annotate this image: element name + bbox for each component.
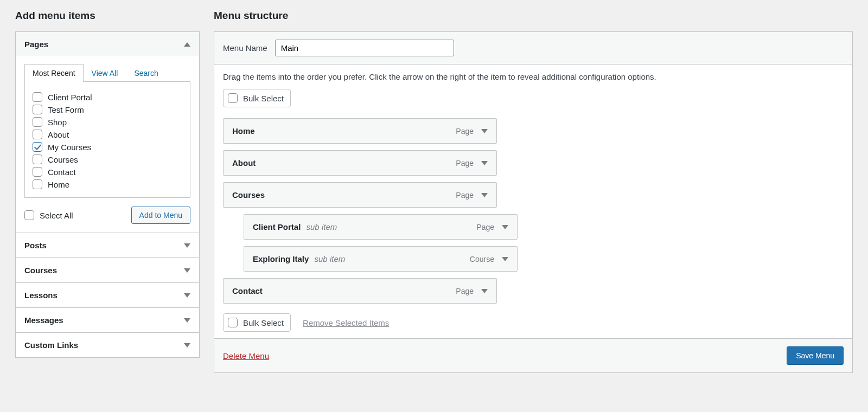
page-checkbox[interactable] (33, 130, 42, 139)
menu-item-title: Exploring Italy sub item (253, 254, 345, 263)
bulk-select-checkbox[interactable] (228, 318, 238, 327)
menu-item-meta: Page (456, 127, 488, 136)
menu-name-input[interactable] (275, 40, 454, 56)
page-label: Client Portal (48, 93, 92, 102)
tab-most-recent[interactable]: Most Recent (24, 64, 84, 82)
bulk-select-top[interactable]: Bulk Select (223, 89, 291, 107)
select-all-checkbox[interactable] (24, 210, 34, 220)
accordion-section-posts: Posts (16, 233, 199, 258)
accordion-header-lessons[interactable]: Lessons (16, 283, 199, 307)
remove-selected-link[interactable]: Remove Selected Items (303, 318, 389, 327)
bulk-select-checkbox[interactable] (228, 93, 238, 103)
accordion-header-custom-links[interactable]: Custom Links (16, 333, 199, 357)
chevron-down-icon (184, 318, 190, 323)
bulk-select-label: Bulk Select (243, 318, 284, 327)
chevron-down-icon[interactable] (481, 289, 488, 293)
accordion-title: Posts (24, 241, 47, 250)
menu-item[interactable]: Client Portal sub item Page (244, 214, 518, 240)
menu-item-title: Client Portal sub item (253, 222, 337, 231)
menu-item-title: About (232, 158, 256, 168)
page-checkbox-row[interactable]: Test Form (33, 105, 182, 114)
sub-item-label: sub item (315, 254, 346, 263)
accordion-title: Pages (24, 40, 48, 49)
chevron-down-icon[interactable] (481, 193, 488, 197)
menu-item-type: Page (456, 127, 474, 136)
menu-footer: Delete Menu Save Menu (214, 338, 852, 372)
menu-name-row: Menu Name (214, 32, 852, 65)
menu-item-title: Courses (232, 190, 265, 199)
chevron-down-icon (184, 268, 190, 273)
page-checkbox-row[interactable]: Contact (33, 167, 182, 177)
page-checkbox-row[interactable]: Home (33, 179, 182, 189)
menu-item-title: Home (232, 126, 255, 136)
menu-structure-title: Menu structure (214, 10, 853, 22)
chevron-down-icon[interactable] (481, 161, 488, 165)
chevron-down-icon[interactable] (502, 225, 508, 229)
page-checkbox[interactable] (33, 105, 42, 114)
page-checkbox[interactable] (33, 154, 42, 164)
page-checkbox[interactable] (33, 179, 42, 189)
chevron-down-icon (184, 243, 190, 248)
page-checkbox-row[interactable]: About (33, 130, 182, 139)
menu-item-meta: Page (456, 159, 488, 168)
page-label: Home (48, 180, 69, 189)
delete-menu-link[interactable]: Delete Menu (223, 351, 269, 360)
page-checkbox-row[interactable]: My Courses (33, 142, 182, 152)
menu-item[interactable]: Courses Page (223, 182, 497, 208)
accordion-header-messages[interactable]: Messages (16, 308, 199, 332)
menu-item-meta: Page (456, 287, 488, 295)
page-checkbox-row[interactable]: Client Portal (33, 92, 182, 102)
select-all-row[interactable]: Select All (24, 210, 73, 220)
tab-view-all[interactable]: View All (84, 64, 126, 82)
select-add-row: Select All Add to Menu (24, 207, 190, 224)
menu-item[interactable]: Exploring Italy sub item Course (244, 246, 518, 272)
accordion-section-custom-links: Custom Links (16, 332, 199, 357)
sub-item-label: sub item (307, 222, 337, 231)
add-items-accordion: Pages Most Recent View All Search Client… (15, 31, 200, 358)
accordion-header-pages[interactable]: Pages (16, 32, 199, 56)
page-label: My Courses (48, 143, 91, 152)
menu-item-type: Page (456, 191, 474, 199)
accordion-header-courses[interactable]: Courses (16, 258, 199, 282)
page-checkbox-row[interactable]: Shop (33, 117, 182, 127)
page-checkbox[interactable] (33, 167, 42, 177)
menu-item-meta: Course (470, 255, 508, 263)
add-items-title: Add menu items (15, 10, 200, 22)
menu-item[interactable]: Contact Page (223, 278, 497, 304)
menu-body: Drag the items into the order you prefer… (214, 65, 852, 338)
page-label: Courses (48, 155, 78, 164)
instructions-text: Drag the items into the order you prefer… (223, 72, 844, 81)
menu-item-type: Page (456, 287, 474, 295)
page-checkbox-row[interactable]: Courses (33, 154, 182, 164)
page-checkbox[interactable] (33, 92, 42, 102)
page-tabs: Most Recent View All Search (24, 64, 190, 82)
accordion-section-pages: Pages Most Recent View All Search Client… (16, 32, 199, 233)
accordion-title: Courses (24, 266, 57, 275)
accordion-title: Custom Links (24, 340, 78, 350)
menu-item[interactable]: About Page (223, 150, 497, 176)
tab-search[interactable]: Search (126, 64, 166, 82)
save-menu-button[interactable]: Save Menu (787, 346, 844, 365)
select-all-label: Select All (40, 211, 73, 220)
page-label: Test Form (48, 105, 84, 114)
menu-item-meta: Page (476, 223, 508, 231)
accordion-title: Messages (24, 316, 63, 325)
menu-name-label: Menu Name (223, 43, 267, 53)
menu-item[interactable]: Home Page (223, 118, 497, 144)
menu-item-type: Course (470, 255, 494, 263)
chevron-down-icon[interactable] (481, 129, 488, 133)
menu-panel: Menu Name Drag the items into the order … (214, 31, 853, 373)
chevron-down-icon[interactable] (502, 257, 508, 261)
menu-item-meta: Page (456, 191, 488, 199)
page-checkbox[interactable] (33, 117, 42, 127)
add-to-menu-button[interactable]: Add to Menu (131, 207, 190, 224)
chevron-down-icon (184, 343, 190, 347)
accordion-header-posts[interactable]: Posts (16, 233, 199, 258)
bulk-select-label: Bulk Select (243, 94, 284, 103)
accordion-title: Lessons (24, 291, 58, 300)
page-label: Contact (48, 168, 76, 177)
page-label: Shop (48, 118, 67, 127)
page-checkbox[interactable] (33, 142, 42, 152)
page-list: Client Portal Test Form Shop About (24, 82, 190, 198)
bulk-select-bottom[interactable]: Bulk Select (223, 313, 291, 332)
